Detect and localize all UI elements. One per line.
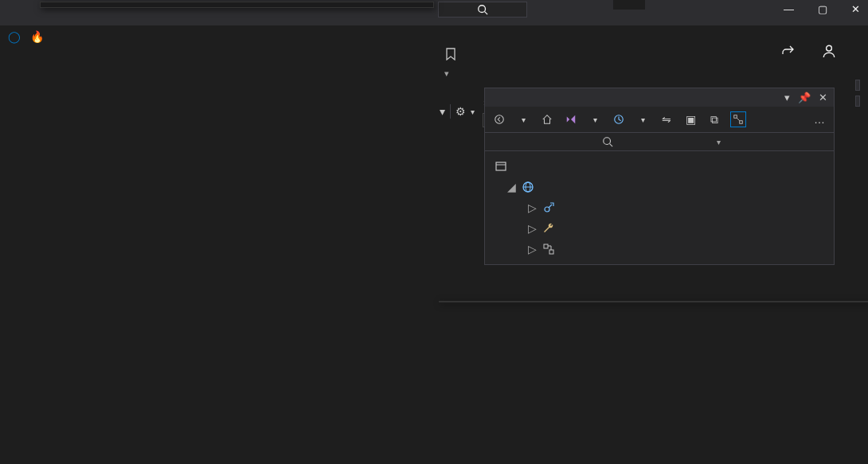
vs-icon[interactable]	[563, 111, 579, 127]
search-box[interactable]	[438, 2, 527, 18]
gear-icon[interactable]: ⚙	[456, 105, 466, 118]
svg-point-2	[827, 45, 832, 51]
project-icon	[522, 181, 536, 193]
svg-line-7	[737, 118, 740, 121]
chevron-down-icon[interactable]: ▾	[587, 111, 603, 127]
chevron-down-icon[interactable]: ▾	[717, 138, 827, 146]
search-icon[interactable]	[477, 4, 488, 15]
svg-rect-17	[549, 250, 553, 254]
add-context-menu	[40, 2, 434, 8]
solution-explorer-header[interactable]: ▾ 📌 ✕	[485, 88, 834, 107]
dropdown-icon[interactable]: ▾	[784, 92, 790, 103]
svg-point-3	[495, 115, 504, 124]
solution-tree: ◢ ▷ ▷ ▷	[485, 151, 834, 264]
hot-reload-icon[interactable]: 🔥	[30, 30, 44, 43]
expand-icon[interactable]: ▷	[528, 243, 538, 255]
notifications-tab[interactable]	[855, 80, 860, 91]
maximize-icon[interactable]: ▢	[818, 3, 827, 15]
chevron-down-icon[interactable]: ▾	[444, 68, 457, 79]
menu-debug[interactable]	[0, 10, 13, 16]
more-icon[interactable]: …	[811, 111, 827, 127]
collapse-icon[interactable]	[730, 111, 746, 127]
sync-icon[interactable]: ⇋	[659, 111, 674, 127]
wrench-icon	[542, 222, 557, 235]
properties-tab[interactable]	[855, 96, 860, 107]
properties-node[interactable]: ▷	[488, 218, 831, 239]
copy-icon[interactable]: ⧉	[706, 111, 722, 127]
expand-icon[interactable]: ▷	[528, 222, 538, 235]
back-icon[interactable]: ◯	[8, 30, 21, 43]
svg-point-8	[604, 138, 611, 145]
close-icon[interactable]: ✕	[819, 92, 827, 103]
window-title	[613, 0, 645, 10]
history-icon[interactable]	[611, 111, 627, 127]
connected-services-node[interactable]: ▷	[488, 197, 831, 218]
separator	[450, 104, 451, 119]
svg-rect-6	[740, 121, 743, 124]
project-context-menu	[439, 301, 868, 302]
chevron-down-icon[interactable]: ▾	[635, 111, 651, 127]
minimize-icon[interactable]: —	[784, 3, 794, 15]
solution-explorer-toolbar: ▾ ▾ ▾ ⇋ ▣ ⧉ …	[485, 107, 834, 133]
chevron-down-icon[interactable]: ▾	[515, 111, 531, 127]
svg-line-9	[610, 144, 613, 147]
solution-icon	[495, 160, 509, 173]
connected-icon	[542, 201, 557, 214]
solution-search[interactable]: ▾	[485, 133, 834, 151]
share-icon	[782, 45, 795, 57]
svg-line-1	[485, 12, 488, 15]
dependencies-node[interactable]: ▷	[488, 239, 831, 259]
svg-rect-10	[496, 162, 506, 170]
side-tabs	[847, 80, 868, 107]
project-node[interactable]: ◢	[488, 177, 831, 197]
solution-explorer-panel: ▾ 📌 ✕ ▾ ▾ ▾ ⇋ ▣ ⧉ … ▾	[484, 88, 835, 265]
window-icon[interactable]: ▣	[682, 111, 698, 127]
close-icon[interactable]: ✕	[851, 3, 860, 15]
dependencies-icon	[542, 243, 557, 255]
svg-rect-16	[544, 244, 548, 248]
svg-rect-5	[734, 115, 737, 119]
search-icon[interactable]	[602, 136, 713, 147]
editor-pin-controls: ▾	[444, 48, 457, 79]
expand-icon[interactable]: ◢	[507, 181, 517, 193]
secondary-toolbar: ◯ 🔥	[0, 25, 52, 48]
expand-icon[interactable]: ▷	[528, 201, 538, 214]
bookmark-icon[interactable]	[444, 48, 457, 60]
pin-icon[interactable]: 📌	[798, 92, 811, 103]
account-icon[interactable]	[822, 44, 836, 58]
chevron-down-icon[interactable]: ▾	[440, 105, 445, 118]
chevron-down-icon[interactable]: ▾	[471, 107, 475, 116]
back-icon[interactable]	[491, 111, 507, 127]
live-share[interactable]	[782, 44, 836, 58]
editor-tab[interactable]	[12, 92, 25, 98]
svg-point-0	[479, 6, 486, 13]
home-icon[interactable]	[539, 111, 555, 127]
solution-root[interactable]	[488, 156, 831, 177]
